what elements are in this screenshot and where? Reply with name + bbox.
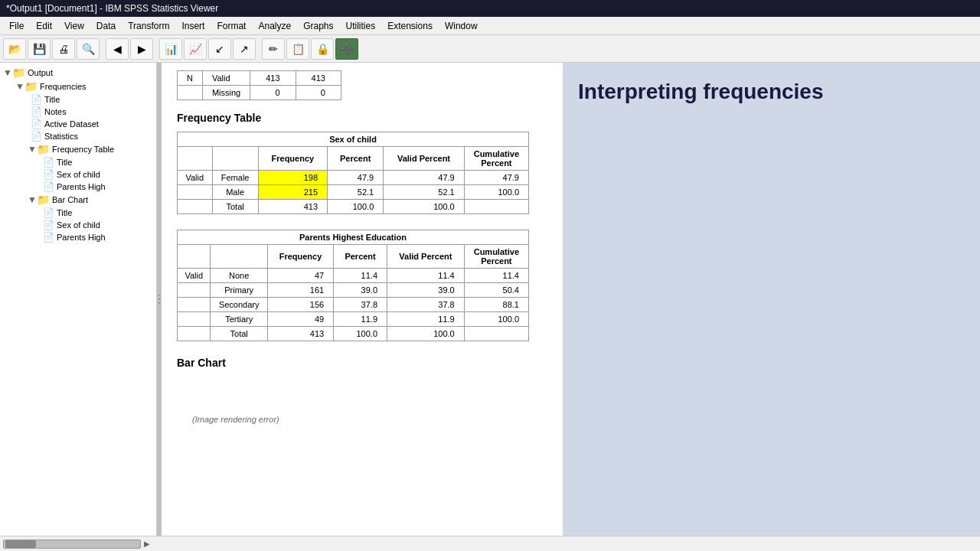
par-secondary-vpct: 37.8	[387, 298, 465, 312]
parents-doc-icon: 📄	[43, 181, 54, 192]
import-button[interactable]: ↙	[208, 38, 231, 60]
menu-edit[interactable]: Edit	[30, 19, 58, 33]
n-label: N	[178, 71, 203, 86]
statistics-doc-icon: 📄	[31, 131, 42, 142]
sidebar-item-active-dataset[interactable]: 📄 Active Dataset	[0, 118, 156, 130]
active-dataset-doc-icon: 📄	[31, 119, 42, 129]
table-row: Total 413 100.0 100.0	[178, 200, 529, 214]
sidebar-item-output[interactable]: ▼ 📁 Output	[0, 66, 156, 80]
bar-chart-folder-icon: 📁	[37, 194, 50, 206]
par-secondary-cpct: 88.1	[464, 298, 528, 312]
edit-button[interactable]: ✏	[262, 38, 285, 60]
sidebar-item-frequencies[interactable]: ▼ 📁 Frequencies	[0, 80, 156, 93]
menu-window[interactable]: Window	[439, 19, 484, 33]
sex-male-pct: 52.1	[328, 185, 384, 200]
par-col-cpct: Cumulative Percent	[464, 245, 528, 269]
sex-total-label: Total	[212, 200, 258, 214]
sidebar-item-bar-sex[interactable]: 📄 Sex of child	[0, 219, 156, 231]
chart-button1[interactable]: 📊	[159, 38, 182, 60]
bar-chart-title: Bar Chart	[177, 357, 547, 369]
menu-insert[interactable]: Insert	[175, 19, 211, 33]
image-error-text: (Image rendering error)	[192, 415, 547, 424]
add-button[interactable]: ➕	[335, 38, 358, 60]
sex-empty-cat	[178, 185, 213, 200]
content-area[interactable]: N Valid 413 413 Missing 0 0 Frequency Ta…	[162, 63, 563, 536]
menu-file[interactable]: File	[3, 19, 30, 33]
sidebar-item-notes[interactable]: 📄 Notes	[0, 106, 156, 118]
parents-table: Parents Highest Education Frequency Perc…	[177, 230, 529, 341]
menu-data[interactable]: Data	[90, 19, 122, 33]
forward-button[interactable]: ▶	[130, 38, 153, 60]
save-button[interactable]: 💾	[28, 38, 51, 60]
menu-extensions[interactable]: Extensions	[381, 19, 439, 33]
par-col-pct: Percent	[334, 245, 387, 269]
bar-chart-label: Bar Chart	[52, 195, 88, 204]
sex-total-cpct	[464, 200, 528, 214]
menu-utilities[interactable]: Utilities	[340, 19, 382, 33]
sidebar-item-bar-parents[interactable]: 📄 Parents High	[0, 231, 156, 243]
table-row: Male 215 52.1 52.1 100.0	[178, 185, 529, 200]
par-tertiary-cat	[178, 312, 211, 327]
par-col-freq: Frequency	[267, 245, 333, 269]
sidebar-item-title1[interactable]: 📄 Title	[0, 93, 156, 106]
par-tertiary-label: Tertiary	[211, 312, 267, 327]
table-row: Primary 161 39.0 39.0 50.4	[178, 283, 529, 298]
sidebar-item-bar-chart[interactable]: ▼ 📁 Bar Chart	[0, 193, 156, 207]
parents-label: Parents High	[57, 182, 106, 191]
open-button[interactable]: 📂	[3, 38, 26, 60]
sex-female-freq: 198	[258, 171, 327, 185]
sex-female-cpct: 47.9	[464, 171, 528, 185]
par-none-label: None	[211, 269, 267, 283]
sidebar-item-bar-title[interactable]: 📄 Title	[0, 207, 156, 219]
menu-view[interactable]: View	[58, 19, 90, 33]
menu-transform[interactable]: Transform	[122, 19, 175, 33]
table-row: Valid None 47 11.4 11.4 11.4	[178, 269, 529, 283]
frequency-table-title: Frequency Table	[177, 112, 547, 124]
scroll-arrow-right[interactable]: ▶	[144, 540, 150, 548]
scrollbar-thumb[interactable]	[5, 540, 36, 548]
sidebar-item-frequency-table[interactable]: ▼ 📁 Frequency Table	[0, 142, 156, 156]
sex-col-pct: Percent	[328, 147, 384, 171]
sex-male-label: Male	[212, 185, 258, 200]
back-button[interactable]: ◀	[106, 38, 129, 60]
horizontal-scrollbar[interactable]	[3, 540, 141, 549]
sex-female-pct: 47.9	[328, 171, 384, 185]
sidebar-item-parents-high[interactable]: 📄 Parents High	[0, 181, 156, 193]
sex-label: Sex of child	[57, 170, 100, 179]
par-none-cpct: 11.4	[464, 269, 528, 283]
missing-parents: 0	[296, 86, 341, 100]
par-secondary-cat	[178, 298, 211, 312]
par-secondary-freq: 156	[267, 298, 333, 312]
clipboard-button[interactable]: 📋	[286, 38, 309, 60]
par-none-pct: 11.4	[334, 269, 387, 283]
bar-sex-label: Sex of child	[57, 220, 100, 230]
sidebar-item-sex-of-child[interactable]: 📄 Sex of child	[0, 168, 156, 181]
par-primary-vpct: 39.0	[387, 283, 465, 298]
valid-label: Valid	[202, 71, 250, 86]
sex-table: Sex of child Frequency Percent Valid Per…	[177, 132, 529, 214]
menu-analyze[interactable]: Analyze	[252, 19, 297, 33]
valid-sex: 413	[250, 71, 296, 86]
par-col-vpct: Valid Percent	[387, 245, 465, 269]
notes-doc-icon: 📄	[31, 106, 42, 117]
search-button[interactable]: 🔍	[77, 38, 100, 60]
frequencies-label: Frequencies	[40, 82, 87, 91]
export-button[interactable]: ↗	[233, 38, 256, 60]
title1-label: Title	[44, 95, 60, 104]
sidebar-item-freq-title[interactable]: 📄 Title	[0, 156, 156, 168]
print-button[interactable]: 🖨	[52, 38, 75, 60]
chart-button2[interactable]: 📈	[184, 38, 207, 60]
bar-parents-label: Parents High	[57, 233, 106, 242]
lock-button[interactable]: 🔒	[311, 38, 334, 60]
sidebar: ▼ 📁 Output ▼ 📁 Frequencies 📄 Title 📄 Not…	[0, 63, 157, 536]
splitter-handle	[158, 295, 160, 304]
par-primary-freq: 161	[267, 283, 333, 298]
active-dataset-label: Active Dataset	[44, 119, 99, 129]
menu-graphs[interactable]: Graphs	[297, 19, 339, 33]
sidebar-item-statistics[interactable]: 📄 Statistics	[0, 130, 156, 142]
bar-title-doc-icon: 📄	[43, 207, 54, 218]
scrollbar-area[interactable]: ▶	[0, 536, 980, 551]
title-bar: *Output1 [Document1] - IBM SPSS Statisti…	[0, 0, 980, 17]
menu-format[interactable]: Format	[211, 19, 252, 33]
freq-title-label: Title	[57, 158, 72, 167]
